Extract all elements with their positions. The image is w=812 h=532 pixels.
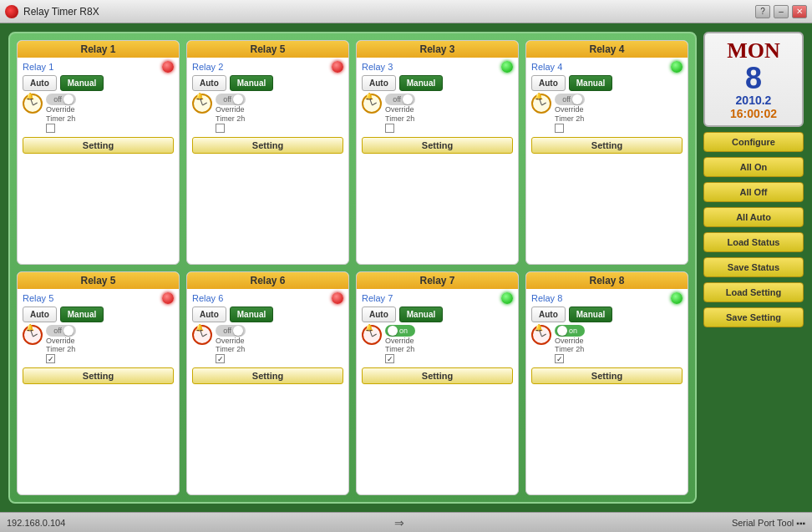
- minimize-button[interactable]: –: [774, 5, 789, 18]
- manual-btn-relay7[interactable]: Manual: [399, 307, 443, 322]
- relay-label-relay3: Relay 3: [362, 62, 393, 72]
- checkbox-relay8[interactable]: [555, 354, 564, 363]
- load-setting-button[interactable]: Load Setting: [703, 282, 804, 302]
- auto-btn-relay8[interactable]: Auto: [531, 307, 566, 322]
- all-off-button[interactable]: All Off: [703, 182, 804, 202]
- manual-btn-relay4[interactable]: Manual: [569, 75, 612, 91]
- checkbox-row-relay4: [555, 124, 683, 133]
- all-on-button[interactable]: All On: [703, 157, 804, 177]
- btn-row-relay3: Auto Manual: [362, 75, 513, 91]
- setting-btn-relay6[interactable]: Setting: [192, 367, 343, 384]
- checkbox-relay1[interactable]: [46, 124, 55, 133]
- checkbox-relay3[interactable]: [385, 124, 394, 133]
- relay-header-relay7: Relay 7: [357, 272, 518, 289]
- relay-header-relay6: Relay 6: [187, 272, 348, 289]
- override-section-relay7: 🔔 on OverrideTimer 2h: [362, 325, 513, 364]
- save-setting-button[interactable]: Save Setting: [703, 307, 804, 327]
- relay-header-relay5top: Relay 5: [187, 41, 348, 58]
- app-icon: [5, 5, 18, 18]
- relay-label-relay8: Relay 8: [531, 293, 562, 303]
- ip-address: 192.168.0.104: [7, 518, 65, 528]
- auto-btn-relay4[interactable]: Auto: [531, 75, 566, 91]
- setting-btn-relay8[interactable]: Setting: [531, 367, 683, 384]
- date-card: MON 8 2010.2 16:00:02: [703, 32, 804, 127]
- setting-btn-relay5[interactable]: Setting: [23, 367, 174, 384]
- checkbox-relay5[interactable]: [46, 354, 55, 363]
- all-auto-button[interactable]: All Auto: [703, 207, 804, 227]
- status-led-relay5: [162, 292, 174, 304]
- title-bar: Relay Timer R8X ? – ✕: [0, 0, 812, 23]
- relay-row1-relay3: Relay 3: [362, 61, 513, 73]
- clock-icon-relay6: 🔔: [192, 325, 212, 345]
- toggle-relay8[interactable]: on: [555, 325, 585, 337]
- relay-card-relay8: Relay 8 Relay 8 Auto Manual 🔔: [525, 271, 688, 496]
- checkbox-relay5top[interactable]: [216, 124, 225, 133]
- status-led-relay1: [162, 61, 174, 73]
- toggle-relay1[interactable]: off: [46, 94, 76, 105]
- auto-btn-relay5top[interactable]: Auto: [192, 75, 226, 91]
- relay-body-relay1: Relay 1 Auto Manual 🔔 off OverrideTimer: [18, 58, 179, 264]
- status-led-relay5top: [332, 61, 343, 73]
- clock-icon-relay3: 🔔: [362, 94, 382, 114]
- btn-row-relay5: Auto Manual: [23, 307, 174, 322]
- btn-row-relay6: Auto Manual: [192, 307, 343, 322]
- clock-icon-relay1: 🔔: [23, 94, 43, 114]
- main-area: Relay 1 Relay 1 Auto Manual 🔔: [0, 23, 812, 512]
- status-bar: 192.168.0.104 ⇒ Serial Port Tool ▪▪▪: [0, 512, 812, 532]
- relay-body-relay3: Relay 3 Auto Manual 🔔 off OverrideTimer: [357, 58, 518, 264]
- setting-btn-relay4[interactable]: Setting: [531, 137, 683, 154]
- relay-body-relay5top: Relay 2 Auto Manual 🔔 off OverrideTimer: [187, 58, 348, 264]
- manual-btn-relay8[interactable]: Manual: [569, 307, 612, 322]
- toggle-relay5[interactable]: off: [46, 325, 76, 337]
- checkbox-relay7[interactable]: [385, 354, 394, 363]
- status-led-relay4: [671, 61, 683, 73]
- auto-btn-relay3[interactable]: Auto: [362, 75, 396, 91]
- manual-btn-relay1[interactable]: Manual: [60, 75, 104, 91]
- toggle-relay4[interactable]: off: [555, 94, 585, 105]
- clock-icon-relay5top: 🔔: [192, 94, 212, 114]
- relay-header-relay4: Relay 4: [526, 41, 688, 58]
- clock-icon-relay4: 🔔: [531, 94, 551, 114]
- save-status-button[interactable]: Save Status: [703, 257, 804, 277]
- manual-btn-relay3[interactable]: Manual: [399, 75, 443, 91]
- relay-label-relay1: Relay 1: [23, 62, 53, 72]
- help-button[interactable]: ?: [755, 5, 770, 18]
- auto-btn-relay1[interactable]: Auto: [23, 75, 57, 91]
- status-led-relay3: [501, 61, 513, 73]
- toggle-relay7[interactable]: on: [385, 325, 415, 337]
- day-number: 8: [708, 63, 799, 94]
- manual-btn-relay5[interactable]: Manual: [60, 307, 104, 322]
- btn-row-relay7: Auto Manual: [362, 307, 513, 322]
- override-section-relay5top: 🔔 off OverrideTimer 2h: [192, 94, 343, 133]
- checkbox-relay6[interactable]: [216, 354, 225, 363]
- checkbox-row-relay1: [46, 124, 174, 133]
- manual-btn-relay6[interactable]: Manual: [230, 307, 273, 322]
- relay-label-relay4: Relay 4: [531, 62, 562, 72]
- setting-btn-relay7[interactable]: Setting: [362, 367, 513, 384]
- day-name: MON: [708, 38, 799, 63]
- toggle-relay6[interactable]: off: [216, 325, 246, 337]
- manual-btn-relay5top[interactable]: Manual: [230, 75, 273, 91]
- configure-button[interactable]: Configure: [703, 132, 804, 152]
- relay-body-relay8: Relay 8 Auto Manual 🔔 on OverrideTimer: [526, 289, 688, 495]
- load-status-button[interactable]: Load Status: [703, 232, 804, 252]
- btn-row-relay4: Auto Manual: [531, 75, 683, 91]
- window-controls: ? – ✕: [755, 5, 807, 18]
- auto-btn-relay6[interactable]: Auto: [192, 307, 226, 322]
- setting-btn-relay3[interactable]: Setting: [362, 137, 513, 154]
- toggle-relay5top[interactable]: off: [216, 94, 246, 105]
- relay-body-relay4: Relay 4 Auto Manual 🔔 off OverrideTimer: [526, 58, 688, 264]
- relay-label-relay5top: Relay 2: [192, 62, 223, 72]
- auto-btn-relay5[interactable]: Auto: [23, 307, 57, 322]
- relay-row1-relay8: Relay 8: [531, 292, 683, 304]
- setting-btn-relay1[interactable]: Setting: [23, 137, 174, 154]
- checkbox-relay4[interactable]: [555, 124, 564, 133]
- relay-card-relay5top: Relay 5 Relay 2 Auto Manual 🔔: [186, 40, 349, 265]
- close-button[interactable]: ✕: [792, 5, 807, 18]
- checkbox-row-relay5: [46, 354, 174, 363]
- relay-label-relay7: Relay 7: [362, 293, 393, 303]
- setting-btn-relay5top[interactable]: Setting: [192, 137, 343, 154]
- toggle-relay3[interactable]: off: [385, 94, 415, 105]
- auto-btn-relay7[interactable]: Auto: [362, 307, 396, 322]
- relay-card-relay6: Relay 6 Relay 6 Auto Manual 🔔: [186, 271, 349, 496]
